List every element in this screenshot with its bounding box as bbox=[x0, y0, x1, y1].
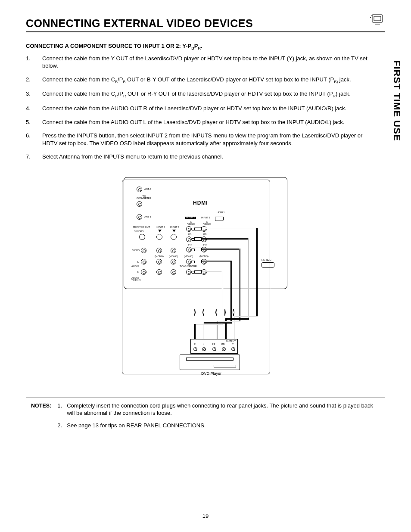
page-title: CONNECTING EXTERNAL VIDEO DEVICES bbox=[26, 17, 253, 30]
hdmi-logo-icon: HDMI bbox=[193, 199, 209, 206]
notes-box: NOTES: 1.Completely insert the connectio… bbox=[26, 398, 385, 434]
page-header: CONNECTING EXTERNAL VIDEO DEVICES bbox=[26, 17, 385, 32]
step-3: 3.Connect the cable from the CR/PR OUT o… bbox=[26, 90, 385, 99]
notes-label: NOTES: bbox=[31, 402, 51, 429]
section-tab: FIRST TIME USE bbox=[391, 60, 402, 141]
step-2: 2.Connect the cable from the CB/PB OUT o… bbox=[26, 76, 385, 84]
tv-icon bbox=[370, 12, 385, 26]
subheading: CONNECTING A COMPONENT SOURCE TO INPUT 1… bbox=[26, 43, 385, 50]
step-list: 1.Connect the cable from the Y OUT of th… bbox=[26, 55, 385, 161]
svg-rect-1 bbox=[374, 16, 381, 21]
connection-diagram: ANT A TO CONVERTER ANT B HDMI HDMI 1 MON… bbox=[26, 174, 385, 380]
step-5: 5.Connect the cable from the AUDIO OUT L… bbox=[26, 118, 385, 126]
step-1: 1.Connect the cable from the Y OUT of th… bbox=[26, 55, 385, 70]
note-1: 1.Completely insert the connection cord … bbox=[57, 402, 380, 417]
step-6: 6.Press the the INPUTS button, then sele… bbox=[26, 132, 385, 147]
note-2: 2.See page 13 for tips on REAR PANEL CON… bbox=[57, 422, 380, 429]
step-7: 7.Select Antenna from the INPUTS menu to… bbox=[26, 153, 385, 161]
step-4: 4.Connect the cable from the AUDIO OUT R… bbox=[26, 105, 385, 112]
dvd-player-icon bbox=[180, 355, 240, 370]
page-number: 19 bbox=[0, 513, 411, 519]
